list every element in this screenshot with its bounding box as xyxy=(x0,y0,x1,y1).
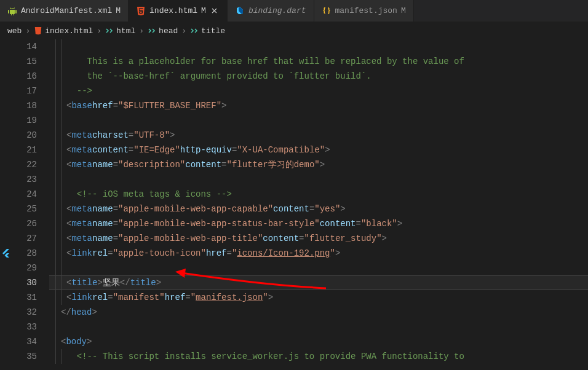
line-number: 23 xyxy=(0,172,49,187)
line-number: 29 xyxy=(0,261,49,275)
code-comment: This is a placeholder for base href that… xyxy=(66,57,464,66)
line-number: 18 xyxy=(0,98,49,113)
html-icon xyxy=(136,6,146,16)
line-number: 25 xyxy=(0,202,49,216)
line-number: 31 xyxy=(0,290,49,305)
code-content[interactable]: This is a placeholder for base href that… xyxy=(49,39,588,370)
symbol-icon xyxy=(148,26,156,35)
tab-label: index.html xyxy=(149,6,197,15)
tab-modified-indicator: M xyxy=(201,6,206,15)
breadcrumb-item[interactable]: title xyxy=(190,26,225,36)
line-number: 20 xyxy=(0,128,49,143)
line-number: 15 xyxy=(0,54,49,69)
dart-icon xyxy=(235,6,245,16)
line-number: 30 xyxy=(0,275,49,290)
code-comment: <!-- This script installs service_worker… xyxy=(66,352,464,361)
title-text: 坚果 xyxy=(103,277,120,288)
line-number: 16 xyxy=(0,69,49,84)
tab-modified-indicator: M xyxy=(401,6,406,15)
breadcrumb-label: head xyxy=(159,26,178,36)
breadcrumb-item[interactable]: index.html xyxy=(34,26,93,36)
tab-label: manifest.json xyxy=(335,6,397,15)
line-number: 27 xyxy=(0,231,49,246)
breadcrumb-label: web xyxy=(7,26,22,36)
line-number: 19 xyxy=(0,113,49,128)
breadcrumb-label: index.html xyxy=(45,26,93,36)
line-number: 33 xyxy=(0,320,49,334)
breadcrumb: web › index.html › html › head › title xyxy=(0,22,588,39)
chevron-right-icon: › xyxy=(181,26,186,36)
tab-binding-dart[interactable]: binding.dart xyxy=(228,0,314,22)
editor-tabs: AndroidManifest.xml M index.html M bindi… xyxy=(0,0,588,22)
html-icon xyxy=(34,26,42,35)
code-comment: --> xyxy=(66,86,92,96)
symbol-icon xyxy=(105,26,114,35)
line-number-gutter: 14 15 16 17 18 19 20 21 22 23 24 25 26 2… xyxy=(0,39,49,370)
line-number: 22 xyxy=(0,157,49,172)
line-number: 14 xyxy=(0,39,49,54)
line-number: 26 xyxy=(0,216,49,231)
tab-label: AndroidManifest.xml xyxy=(21,6,112,15)
tab-modified-indicator: M xyxy=(116,6,121,15)
breadcrumb-item[interactable]: head xyxy=(148,26,178,36)
line-number: 17 xyxy=(0,84,49,98)
tab-manifest-json[interactable]: manifest.json M xyxy=(314,0,414,22)
chevron-right-icon: › xyxy=(139,26,144,36)
code-comment: <!-- iOS meta tags & icons --> xyxy=(66,189,232,199)
breadcrumb-item[interactable]: html xyxy=(105,26,135,36)
tab-label: binding.dart xyxy=(248,6,306,15)
line-number: 28 xyxy=(0,246,49,261)
flutter-icon xyxy=(1,248,11,258)
line-number: 24 xyxy=(0,187,49,202)
chevron-right-icon: › xyxy=(97,26,101,36)
symbol-icon xyxy=(190,26,199,35)
breadcrumb-label: html xyxy=(116,26,135,36)
breadcrumb-label: title xyxy=(201,26,225,36)
line-number: 32 xyxy=(0,305,49,320)
tab-android-manifest[interactable]: AndroidManifest.xml M xyxy=(0,0,129,22)
json-icon xyxy=(322,6,332,16)
code-comment: the `--base-href` argument provided to `… xyxy=(66,71,371,81)
line-number: 34 xyxy=(0,334,49,349)
android-icon xyxy=(7,6,17,16)
close-icon[interactable] xyxy=(210,6,220,16)
tab-index-html[interactable]: index.html M xyxy=(129,0,228,22)
code-editor[interactable]: 14 15 16 17 18 19 20 21 22 23 24 25 26 2… xyxy=(0,39,588,370)
breadcrumb-item[interactable]: web xyxy=(7,26,22,36)
line-number: 35 xyxy=(0,349,49,364)
line-number: 21 xyxy=(0,143,49,157)
chevron-right-icon: › xyxy=(25,26,30,36)
